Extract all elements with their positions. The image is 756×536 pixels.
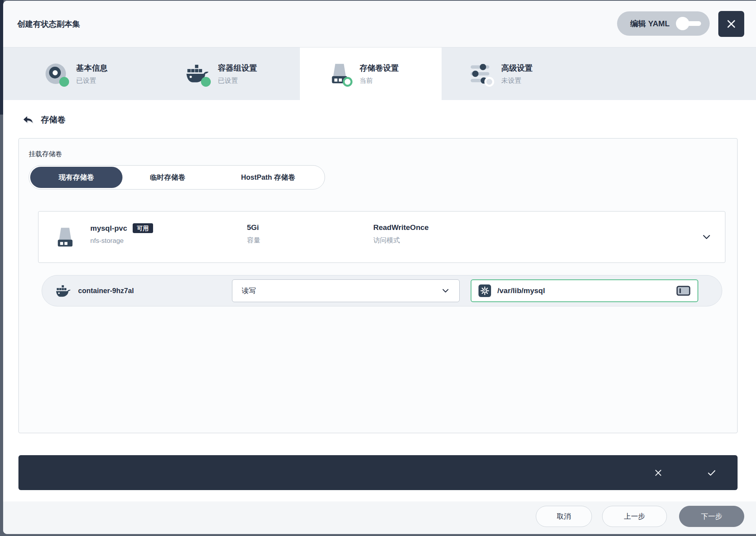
modal-header: 创建有状态副本集 编辑 YAML [3, 1, 756, 47]
modal-footer: 取消 上一步 下一步 [3, 501, 756, 534]
tab-advanced-settings[interactable]: 高级设置 未设置 [442, 47, 583, 100]
step-current-badge [343, 77, 352, 87]
tab-pod-settings[interactable]: 容器组设置 已设置 [158, 47, 300, 100]
section-title: 存储卷 [41, 114, 66, 125]
previous-step-button[interactable]: 上一步 [602, 506, 667, 527]
tab-hostpath-volume[interactable]: HostPath 存储卷 [213, 167, 323, 188]
mount-volume-panel: 挂载存储卷 现有存储卷 临时存储卷 HostPath 存储卷 mysql-pvc [18, 138, 738, 433]
step-label: 基本信息 [76, 63, 108, 73]
pvc-card[interactable]: mysql-pvc 可用 nfs-storage 5Gi 容量 ReadWrit… [38, 211, 725, 263]
chevron-down-icon[interactable] [701, 232, 712, 242]
tab-existing-volume[interactable]: 现有存储卷 [30, 167, 122, 188]
mount-volume-label: 挂载存储卷 [29, 149, 62, 159]
volume-confirm-bar [18, 455, 738, 490]
cancel-volume-button[interactable] [646, 455, 670, 490]
confirm-volume-button[interactable] [700, 455, 723, 490]
access-mode-label: 访问模式 [373, 236, 429, 245]
storage-class: nfs-storage [90, 237, 153, 245]
storage-volume-icon [54, 226, 76, 248]
check-icon [707, 468, 717, 478]
tab-storage-settings[interactable]: 存储卷设置 当前 [300, 47, 442, 100]
mount-path-input[interactable] [497, 286, 670, 295]
modal-title: 创建有状态副本集 [17, 1, 80, 47]
close-icon [726, 18, 737, 29]
step-label: 容器组设置 [218, 63, 257, 73]
container-name: container-9hz7al [78, 275, 134, 306]
access-mode-select[interactable]: 读写 [232, 279, 460, 302]
edit-yaml-label: 编辑 YAML [630, 18, 670, 29]
capacity-label: 容量 [247, 236, 260, 245]
step-tabbar: 基本信息 已设置 容器组设置 已设置 [3, 47, 756, 100]
container-mount-row: container-9hz7al 读写 [42, 275, 722, 306]
tab-temporary-volume[interactable]: 临时存储卷 [122, 167, 213, 188]
next-step-button[interactable]: 下一步 [679, 506, 744, 527]
status-badge: 可用 [133, 223, 153, 233]
access-mode-selected: 读写 [242, 286, 441, 295]
step-pending-badge [484, 77, 494, 87]
chevron-down-icon [441, 286, 450, 295]
close-icon [654, 468, 663, 478]
step-label: 存储卷设置 [360, 63, 399, 73]
step-done-badge [201, 77, 211, 87]
mount-path-field [471, 279, 698, 302]
storage-settings-panel: 存储卷 挂载存储卷 现有存储卷 临时存储卷 HostPath 存储卷 [3, 100, 756, 501]
capacity-value: 5Gi [247, 223, 260, 232]
step-status: 已设置 [76, 76, 108, 85]
tab-basic-info[interactable]: 基本信息 已设置 [16, 47, 158, 100]
cancel-button[interactable]: 取消 [536, 506, 592, 527]
create-statefulset-modal: 创建有状态副本集 编辑 YAML 基本信息 [3, 1, 756, 534]
step-label: 高级设置 [501, 63, 533, 73]
close-button[interactable] [718, 11, 744, 37]
toggle-switch-icon[interactable] [676, 17, 701, 30]
edit-yaml-toggle[interactable]: 编辑 YAML [617, 11, 710, 36]
gear-icon [478, 284, 491, 297]
pvc-name: mysql-pvc [90, 224, 127, 233]
step-done-badge [59, 77, 69, 87]
volume-type-tabs: 现有存储卷 临时存储卷 HostPath 存储卷 [29, 165, 325, 190]
step-status: 当前 [360, 76, 399, 85]
docker-whale-icon [56, 285, 71, 297]
access-mode-value: ReadWriteOnce [373, 223, 429, 232]
step-status: 未设置 [501, 76, 533, 85]
insert-field-icon[interactable] [676, 286, 690, 296]
step-status: 已设置 [218, 76, 257, 85]
back-arrow-icon[interactable] [22, 114, 34, 126]
